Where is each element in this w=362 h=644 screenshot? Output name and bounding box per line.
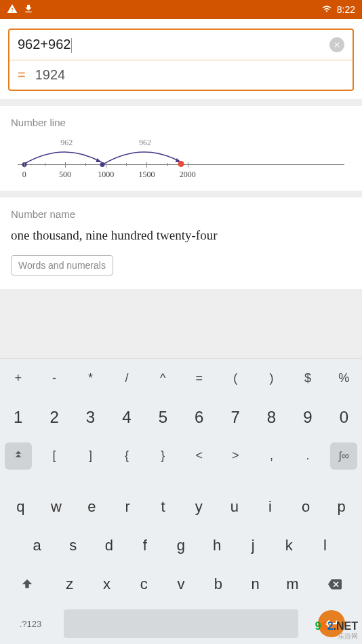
key-4[interactable]: 4 xyxy=(108,398,144,436)
key-comma[interactable]: , xyxy=(254,436,289,475)
key-k[interactable]: k xyxy=(271,526,307,565)
end-dot xyxy=(178,161,184,167)
key-s[interactable]: s xyxy=(55,526,91,565)
key-z[interactable]: z xyxy=(51,565,88,603)
key-rparen[interactable]: ) xyxy=(254,359,289,398)
status-bar: 8:22 xyxy=(0,0,362,19)
key-w[interactable]: w xyxy=(39,487,75,526)
key-row-bottom: .?123 xyxy=(0,603,362,644)
download-icon xyxy=(23,3,34,16)
tick-3: 1500 xyxy=(138,170,155,180)
key-j[interactable]: j xyxy=(235,526,271,565)
key-lbracket[interactable]: [ xyxy=(36,436,72,475)
tick-4: 2000 xyxy=(180,170,196,180)
arc-label-1: 962 xyxy=(60,138,73,148)
key-l[interactable]: l xyxy=(307,526,343,565)
tick-0: 0 xyxy=(22,170,26,180)
tick-1: 500 xyxy=(59,170,71,180)
number-line: 962 962 0 500 1000 1500 2000 xyxy=(18,136,344,177)
key-mode[interactable]: .?123 xyxy=(0,603,61,644)
key-7[interactable]: 7 xyxy=(217,398,253,436)
key-space[interactable] xyxy=(64,609,298,638)
key-backspace[interactable] xyxy=(311,565,359,603)
key-a[interactable]: a xyxy=(19,526,55,565)
key-p[interactable]: p xyxy=(323,487,359,526)
key-period[interactable]: . xyxy=(289,436,325,475)
key-b[interactable]: b xyxy=(199,565,237,603)
key-1[interactable]: 1 xyxy=(0,398,36,436)
key-plus[interactable]: + xyxy=(0,359,36,398)
words-numerals-button[interactable]: Words and numerals xyxy=(11,255,113,276)
key-row-numbers: 1 2 3 4 5 6 7 8 9 0 xyxy=(0,398,362,436)
svg-marker-0 xyxy=(96,158,101,162)
key-row-asdf: a s d f g h j k l xyxy=(0,526,362,565)
number-line-title: Number line xyxy=(11,117,351,128)
expression-text: 962+962 xyxy=(18,37,329,53)
result-row: = 1924 xyxy=(9,60,353,90)
key-enter[interactable] xyxy=(301,603,362,644)
key-0[interactable]: 0 xyxy=(326,398,362,436)
key-5[interactable]: 5 xyxy=(145,398,181,436)
key-2[interactable]: 2 xyxy=(36,398,72,436)
key-caret[interactable]: ^ xyxy=(145,359,181,398)
key-equals[interactable]: = xyxy=(181,359,217,398)
key-6[interactable]: 6 xyxy=(181,398,217,436)
key-shift[interactable] xyxy=(3,565,51,603)
number-name-text: one thousand, nine hundred twenty-four xyxy=(11,228,351,243)
key-n[interactable]: n xyxy=(237,565,274,603)
key-row-symbols: + - * / ^ = ( ) $ % xyxy=(0,359,362,398)
key-q[interactable]: q xyxy=(3,487,39,526)
key-f[interactable]: f xyxy=(127,526,163,565)
key-lparen[interactable]: ( xyxy=(217,359,253,398)
input-box: 962+962 = 1924 xyxy=(8,29,354,91)
keyboard: + - * / ^ = ( ) $ % 1 2 3 4 5 6 7 8 9 0 … xyxy=(0,358,362,644)
warning-icon xyxy=(7,3,18,16)
key-asterisk[interactable]: * xyxy=(73,359,108,398)
key-rbracket[interactable]: ] xyxy=(73,436,108,475)
key-expand-up[interactable] xyxy=(0,436,36,475)
key-y[interactable]: y xyxy=(181,487,217,526)
key-x[interactable]: x xyxy=(88,565,125,603)
result-value: 1924 xyxy=(35,67,66,83)
clear-icon[interactable] xyxy=(329,37,344,52)
key-8[interactable]: 8 xyxy=(254,398,289,436)
wifi-icon xyxy=(321,4,333,16)
key-u[interactable]: u xyxy=(217,487,253,526)
key-e[interactable]: e xyxy=(74,487,110,526)
key-lbrace[interactable]: { xyxy=(108,436,144,475)
key-dollar[interactable]: $ xyxy=(289,359,325,398)
arc-label-2: 962 xyxy=(139,138,151,148)
key-row-qwerty: q w e r t y u i o p xyxy=(0,487,362,526)
key-slash[interactable]: / xyxy=(108,359,144,398)
key-9[interactable]: 9 xyxy=(289,398,325,436)
key-m[interactable]: m xyxy=(274,565,311,603)
number-name-card: Number name one thousand, nine hundred t… xyxy=(0,197,362,289)
key-t[interactable]: t xyxy=(145,487,181,526)
key-d[interactable]: d xyxy=(91,526,127,565)
expression-field[interactable]: 962+962 xyxy=(9,30,353,60)
key-rbrace[interactable]: } xyxy=(145,436,181,475)
status-time: 8:22 xyxy=(337,4,355,15)
key-row-brackets: [ ] { } < > , . ∫∞ xyxy=(0,436,362,475)
mid-dot xyxy=(100,162,105,167)
key-o[interactable]: o xyxy=(288,487,324,526)
key-g[interactable]: g xyxy=(163,526,199,565)
number-line-card: Number line 962 962 0 500 1000 1500 2000 xyxy=(0,106,362,191)
number-name-title: Number name xyxy=(11,208,351,220)
input-area: 962+962 = 1924 xyxy=(0,19,362,99)
key-lt[interactable]: < xyxy=(181,436,217,475)
key-row-zxcv: z x c v b n m xyxy=(0,565,362,603)
key-minus[interactable]: - xyxy=(36,359,72,398)
key-3[interactable]: 3 xyxy=(73,398,108,436)
key-integral[interactable]: ∫∞ xyxy=(326,436,362,475)
key-c[interactable]: c xyxy=(125,565,163,603)
key-v[interactable]: v xyxy=(163,565,200,603)
key-i[interactable]: i xyxy=(252,487,288,526)
tick-2: 1000 xyxy=(98,170,114,180)
key-gt[interactable]: > xyxy=(217,436,253,475)
key-percent[interactable]: % xyxy=(326,359,362,398)
key-h[interactable]: h xyxy=(199,526,235,565)
key-r[interactable]: r xyxy=(110,487,146,526)
equals-sign: = xyxy=(18,67,26,83)
